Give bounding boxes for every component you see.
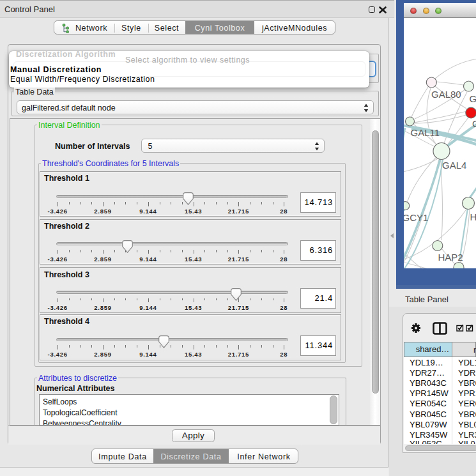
- svg-text:GAL80: GAL80: [431, 89, 461, 100]
- svg-text:H: H: [470, 211, 476, 222]
- svg-text:GAL4: GAL4: [442, 160, 466, 171]
- svg-text:GAL11: GAL11: [411, 127, 440, 138]
- svg-text:GA: GA: [472, 118, 476, 129]
- svg-text:HAP2: HAP2: [438, 252, 463, 263]
- svg-text:GCY1: GCY1: [404, 212, 428, 223]
- svg-text:G.: G.: [470, 93, 476, 104]
